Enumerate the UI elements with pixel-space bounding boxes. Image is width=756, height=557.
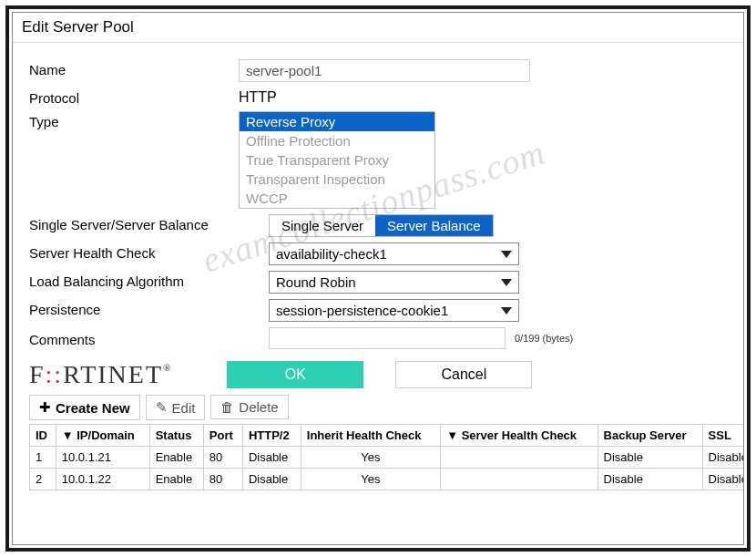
name-label: Name — [29, 59, 239, 77]
ok-button[interactable]: OK — [227, 361, 363, 388]
col-port[interactable]: Port — [203, 425, 242, 447]
chevron-down-icon — [501, 307, 512, 315]
col-http2[interactable]: HTTP/2 — [242, 425, 301, 447]
table-header-row: ID ▼ IP/Domain Status Port HTTP/2 Inheri… — [30, 425, 745, 447]
algo-label: Load Balancing Algorithm — [29, 271, 269, 289]
col-status[interactable]: Status — [149, 425, 203, 447]
chevron-down-icon — [501, 251, 512, 258]
toggle-single-server[interactable]: Single Server — [270, 215, 375, 236]
col-inherit[interactable]: Inherit Health Check — [301, 425, 440, 447]
edit-button[interactable]: ✎ Edit — [146, 395, 206, 420]
plus-icon: ✚ — [39, 399, 51, 416]
algo-value: Round Robin — [276, 274, 356, 290]
comments-label: Comments — [29, 329, 269, 347]
col-ip[interactable]: ▼ IP/Domain — [56, 425, 149, 447]
server-table: ID ▼ IP/Domain Status Port HTTP/2 Inheri… — [29, 424, 744, 490]
comments-byte-count: 0/199 (bytes) — [515, 333, 573, 344]
type-option-transparent-inspection[interactable]: Transparent Inspection — [240, 170, 434, 189]
health-value: availability-check1 — [276, 246, 387, 262]
col-shc[interactable]: ▼ Server Health Check — [441, 425, 598, 447]
type-option-reverse-proxy[interactable]: Reverse Proxy — [240, 112, 434, 131]
col-ssl[interactable]: SSL — [702, 425, 744, 447]
health-label: Server Health Check — [29, 242, 269, 261]
toggle-server-balance[interactable]: Server Balance — [375, 215, 493, 236]
filter-icon[interactable]: ▼ — [446, 428, 458, 442]
persist-value: session-persistence-cookie1 — [276, 303, 448, 318]
table-row[interactable]: 1 10.0.1.21 Enable 80 Disable Yes Disabl… — [30, 447, 745, 469]
window-title: Edit Server Pool — [13, 13, 743, 43]
type-label: Type — [29, 111, 239, 129]
type-option-true-transparent-proxy[interactable]: True Transparent Proxy — [240, 150, 434, 170]
fortinet-logo: F::RTINET® — [29, 360, 172, 389]
create-new-button[interactable]: ✚ Create New — [29, 395, 140, 420]
cancel-button[interactable]: Cancel — [395, 361, 532, 388]
type-option-offline-protection[interactable]: Offline Protection — [240, 131, 434, 150]
health-select[interactable]: availability-check1 — [269, 242, 519, 265]
col-id[interactable]: ID — [30, 425, 56, 447]
type-listbox[interactable]: Reverse Proxy Offline Protection True Tr… — [239, 111, 435, 209]
persist-select[interactable]: session-persistence-cookie1 — [269, 299, 519, 322]
protocol-label: Protocol — [29, 88, 239, 106]
type-option-wccp[interactable]: WCCP — [240, 189, 434, 208]
name-input[interactable] — [239, 59, 530, 82]
delete-button[interactable]: 🗑 Delete — [210, 395, 288, 419]
edit-icon: ✎ — [156, 399, 168, 416]
trash-icon: 🗑 — [220, 399, 234, 415]
chevron-down-icon — [501, 279, 512, 286]
col-backup[interactable]: Backup Server — [598, 425, 702, 447]
balance-label: Single Server/Server Balance — [29, 214, 269, 232]
balance-toggle[interactable]: Single Server Server Balance — [269, 214, 494, 237]
protocol-value: HTTP — [239, 88, 727, 106]
filter-icon[interactable]: ▼ — [62, 428, 74, 442]
table-row[interactable]: 2 10.0.1.22 Enable 80 Disable Yes Disabl… — [30, 469, 745, 490]
algo-select[interactable]: Round Robin — [269, 271, 519, 294]
persist-label: Persistence — [29, 299, 269, 317]
comments-input[interactable] — [269, 327, 506, 349]
